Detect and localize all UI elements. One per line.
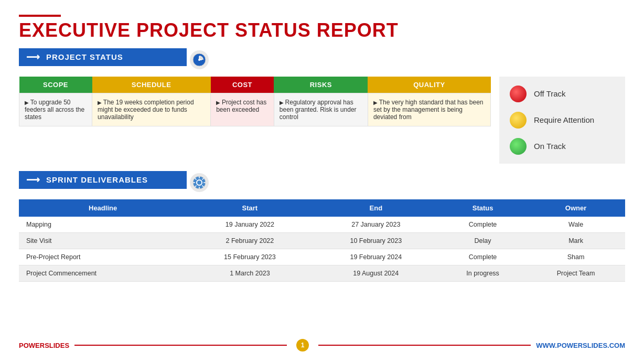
yellow-dot	[510, 112, 527, 129]
arrow-icon: ⟶	[26, 51, 40, 63]
sprint-col-end: End	[313, 199, 439, 217]
sprint-cell-start: 19 January 2022	[187, 217, 313, 233]
header-accent-line	[19, 15, 61, 17]
quality-cell: The very high standard that has been set…	[368, 93, 490, 126]
page-title: EXECUTIVE PROJECT STATUS REPORT	[19, 20, 625, 41]
sprint-row: Pre-Project Report15 February 202319 Feb…	[19, 249, 625, 265]
status-row: To upgrade 50 feeders all across the sta…	[19, 93, 491, 126]
sprint-cell-headline: Pre-Project Report	[19, 249, 187, 265]
footer-url-container: WWW.POWERSLIDES.COM	[536, 342, 625, 349]
sprint-icon	[192, 175, 207, 190]
sprint-cell-start: 15 February 2023	[187, 249, 313, 265]
sprint-col-headline: Headline	[19, 199, 187, 217]
sprint-col-owner: Owner	[527, 199, 625, 217]
sprint-cell-end: 19 August 2024	[313, 265, 439, 281]
sprint-cell-headline: Project Commencement	[19, 265, 187, 281]
legend-require-attention: Require Attention	[507, 108, 618, 132]
sprint-cell-owner: Wale	[527, 217, 625, 233]
status-table: SCOPE SCHEDULE COST RISKS QUALITY To upg…	[19, 77, 491, 126]
col-cost: COST	[211, 77, 274, 93]
sprint-icon-container	[190, 173, 209, 192]
clock-icon	[192, 52, 207, 67]
sprint-cell-owner: Mark	[527, 232, 625, 249]
require-attention-label: Require Attention	[534, 115, 594, 124]
red-dot	[510, 86, 527, 102]
sprint-row: Site Visit2 February 202210 February 202…	[19, 232, 625, 249]
footer-brand-text: POWERSLIDES	[19, 342, 69, 349]
scope-cell: To upgrade 50 feeders all across the sta…	[19, 93, 92, 126]
clock-icon-container	[190, 50, 209, 69]
footer-url: WWW.POWERSLIDES.COM	[536, 342, 625, 349]
page: EXECUTIVE PROJECT STATUS REPORT ⟶ PROJEC…	[0, 0, 644, 362]
sprint-cell-end: 10 February 2023	[313, 232, 439, 249]
on-track-label: On Track	[534, 142, 566, 151]
legend: Off Track Require Attention On Track	[499, 77, 625, 164]
sprint-cell-status: Complete	[439, 249, 527, 265]
sprint-cell-status: In progress	[439, 265, 527, 281]
sprint-cell-start: 1 March 2023	[187, 265, 313, 281]
sprint-deliverables-bar: ⟶ SPRINT DELIVERABLES	[19, 171, 187, 189]
legend-on-track: On Track	[507, 134, 618, 158]
sprint-row: Mapping19 January 202227 January 2023Com…	[19, 217, 625, 233]
project-status-label: PROJECT STATUS	[46, 52, 123, 61]
sprint-cell-end: 19 February 2024	[313, 249, 439, 265]
title-gray: EXECUTIVE PROJECT	[19, 19, 235, 41]
sprint-cell-owner: Project Team	[527, 265, 625, 281]
col-schedule: SCHEDULE	[92, 77, 211, 93]
footer-brand: POWERSLIDES	[19, 342, 69, 349]
sprint-cell-status: Complete	[439, 217, 527, 233]
sprint-cell-headline: Mapping	[19, 217, 187, 233]
sprint-arrow-icon: ⟶	[26, 174, 40, 186]
sprint-cell-end: 27 January 2023	[313, 217, 439, 233]
legend-off-track: Off Track	[507, 82, 618, 106]
green-dot	[510, 138, 527, 155]
brand-gray: POWER	[19, 342, 45, 349]
risks-cell: Regulatory approval has been granted. Ri…	[274, 93, 368, 126]
footer-line-right	[318, 345, 531, 346]
off-track-label: Off Track	[534, 89, 566, 98]
brand-red: SLIDES	[45, 342, 69, 349]
title-red: STATUS REPORT	[235, 19, 399, 41]
sprint-cell-headline: Site Visit	[19, 232, 187, 249]
sprint-cell-start: 2 February 2022	[187, 232, 313, 249]
col-scope: SCOPE	[19, 77, 92, 93]
sprint-cell-status: Delay	[439, 232, 527, 249]
footer-page-number: 1	[296, 339, 309, 352]
footer: POWERSLIDES 1 WWW.POWERSLIDES.COM	[19, 337, 625, 352]
project-status-bar: ⟶ PROJECT STATUS	[19, 48, 187, 66]
sprint-row: Project Commencement1 March 202319 Augus…	[19, 265, 625, 281]
col-risks: RISKS	[274, 77, 368, 93]
status-section: SCOPE SCHEDULE COST RISKS QUALITY To upg…	[19, 77, 625, 164]
sprint-col-status: Status	[439, 199, 527, 217]
sprint-cell-owner: Sham	[527, 249, 625, 265]
sprint-deliverables-label: SPRINT DELIVERABLES	[46, 175, 148, 184]
footer-line-left	[74, 345, 287, 346]
schedule-cell: The 19 weeks completion period might be …	[92, 93, 211, 126]
sprint-table: Headline Start End Status Owner Mapping1…	[19, 199, 625, 282]
sprint-col-start: Start	[187, 199, 313, 217]
col-quality: QUALITY	[368, 77, 490, 93]
cost-cell: Project cost has been exceeded	[211, 93, 274, 126]
